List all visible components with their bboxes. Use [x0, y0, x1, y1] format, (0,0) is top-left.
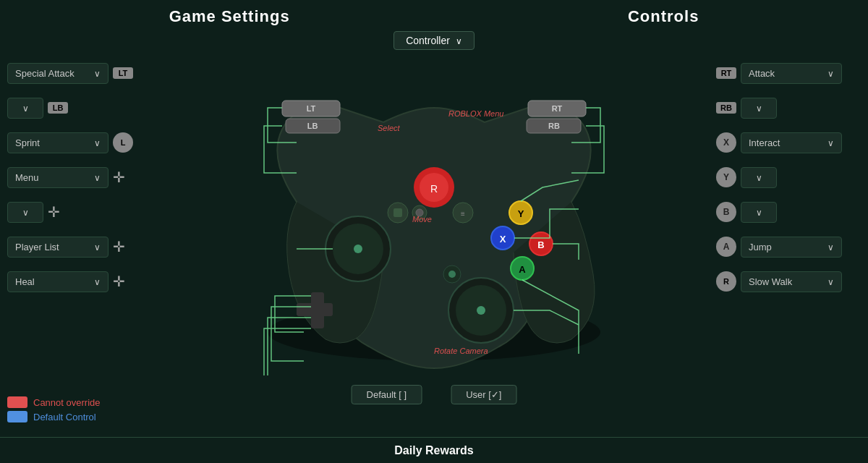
svg-point-6: [477, 306, 485, 315]
cannot-override-color: [7, 396, 27, 408]
header-row: Game Settings Controls: [0, 0, 868, 30]
chevron-icon-menu: [94, 172, 101, 183]
lt-badge: LT: [113, 67, 133, 79]
attack-label: Attack: [749, 68, 775, 79]
control-row-player-list: Player List ✛: [7, 231, 152, 263]
main-area: Special Attack LT LB Sprint L: [0, 50, 868, 463]
heal-button[interactable]: Heal: [7, 271, 109, 292]
svg-text:X: X: [500, 234, 506, 245]
chevron-icon-jump: [827, 242, 834, 252]
svg-text:≡: ≡: [461, 210, 465, 218]
svg-point-20: [448, 271, 456, 278]
svg-text:LT: LT: [307, 104, 316, 113]
control-row-menu: Menu ✛: [7, 161, 152, 193]
rb-button[interactable]: [741, 98, 777, 119]
player-list-button[interactable]: Player List: [7, 237, 109, 258]
svg-text:B: B: [537, 239, 544, 250]
slow-walk-button[interactable]: Slow Walk: [741, 271, 842, 292]
chevron-icon-y: [756, 172, 762, 183]
dpad-down-icon: ✛: [113, 273, 125, 290]
default-user-row: Default [ ] User [✓]: [352, 385, 517, 404]
svg-text:RT: RT: [552, 104, 563, 113]
controller-dropdown[interactable]: Controller: [393, 31, 475, 50]
dpad-up-icon: ✛: [113, 169, 125, 186]
control-row-jump: A Jump: [716, 231, 861, 263]
cannot-override-text: Cannot override: [33, 397, 101, 408]
svg-text:R: R: [430, 183, 438, 195]
y-button[interactable]: [741, 167, 777, 188]
footer-bar: Daily Rewards: [0, 437, 868, 463]
controller-area: Select ROBLOX Menu Move Rotate Camera: [145, 50, 723, 426]
control-row-lb: LB: [7, 92, 152, 124]
dpad-left-icon: ✛: [113, 238, 125, 255]
cannot-override-legend: Cannot override: [7, 396, 101, 408]
select-label: Select: [378, 124, 400, 132]
chevron-icon-sprint: [94, 137, 101, 148]
slow-walk-label: Slow Walk: [749, 276, 792, 287]
menu-button[interactable]: Menu: [7, 167, 109, 188]
legend-area: Cannot override Default Control: [7, 396, 101, 426]
dpad-empty-button[interactable]: [7, 202, 43, 223]
chevron-icon-attack: [827, 68, 834, 79]
controller-selector: Controller: [0, 31, 868, 50]
right-panel: RT Attack RB X Interact: [709, 50, 868, 305]
control-row-b: B: [716, 196, 861, 228]
chevron-icon-slow-walk: [827, 276, 834, 287]
default-control-legend: Default Control: [7, 411, 101, 422]
roblox-menu-label: ROBLOX Menu: [448, 109, 503, 118]
special-attack-button[interactable]: Special Attack: [7, 63, 109, 84]
move-label: Move: [412, 215, 432, 224]
daily-rewards-text: Daily Rewards: [394, 444, 473, 457]
special-attack-label: Special Attack: [15, 68, 75, 79]
svg-rect-8: [297, 303, 333, 316]
menu-label: Menu: [15, 172, 39, 183]
player-list-label: Player List: [15, 242, 59, 252]
jump-label: Jump: [749, 242, 772, 252]
chevron-icon-special-attack: [94, 68, 101, 79]
svg-point-3: [354, 245, 362, 253]
controls-title: Controls: [628, 7, 699, 26]
chevron-icon-lb: [22, 103, 29, 114]
user-button[interactable]: User [✓]: [451, 385, 516, 404]
l-badge: L: [113, 132, 133, 153]
default-control-text: Default Control: [33, 412, 96, 422]
interact-button[interactable]: Interact: [741, 132, 842, 153]
chevron-icon-interact: [827, 137, 834, 148]
control-row-interact: X Interact: [716, 127, 861, 158]
control-row-y: Y: [716, 161, 861, 193]
control-row-dpad-empty: ✛: [7, 196, 152, 228]
chevron-icon-player-list: [94, 242, 101, 252]
svg-rect-10: [393, 208, 402, 217]
attack-button[interactable]: Attack: [741, 63, 842, 84]
control-row-heal: Heal ✛: [7, 266, 152, 297]
svg-text:Y: Y: [518, 208, 524, 219]
default-button[interactable]: Default [ ]: [352, 385, 422, 404]
chevron-icon-dpad-empty: [22, 207, 29, 218]
chevron-icon-rb: [756, 103, 762, 114]
jump-button[interactable]: Jump: [741, 237, 842, 258]
control-row-rb: RB: [716, 92, 861, 124]
lb-badge: LB: [48, 102, 68, 114]
control-row-special-attack: Special Attack LT: [7, 57, 152, 89]
svg-text:LB: LB: [307, 122, 318, 130]
svg-text:RB: RB: [548, 122, 560, 130]
controller-dropdown-label: Controller: [406, 35, 450, 46]
control-row-attack: RT Attack: [716, 57, 861, 89]
svg-text:A: A: [519, 264, 526, 275]
chevron-icon-b: [756, 207, 762, 218]
controller-svg: ⬤ R ≡ Y X: [224, 86, 644, 375]
control-row-slow-walk: R Slow Walk: [716, 266, 861, 297]
game-settings-title: Game Settings: [169, 7, 290, 26]
b-button[interactable]: [741, 202, 777, 223]
lb-button[interactable]: [7, 98, 43, 119]
chevron-down-icon: [456, 35, 462, 46]
chevron-icon-heal: [94, 276, 101, 287]
default-control-color: [7, 411, 27, 422]
sprint-label: Sprint: [15, 137, 40, 148]
heal-label: Heal: [15, 276, 35, 287]
left-panel: Special Attack LT LB Sprint L: [0, 50, 159, 305]
dpad-right-icon: ✛: [48, 203, 60, 221]
interact-label: Interact: [749, 137, 780, 148]
sprint-button[interactable]: Sprint: [7, 132, 109, 153]
control-row-sprint: Sprint L: [7, 127, 152, 158]
